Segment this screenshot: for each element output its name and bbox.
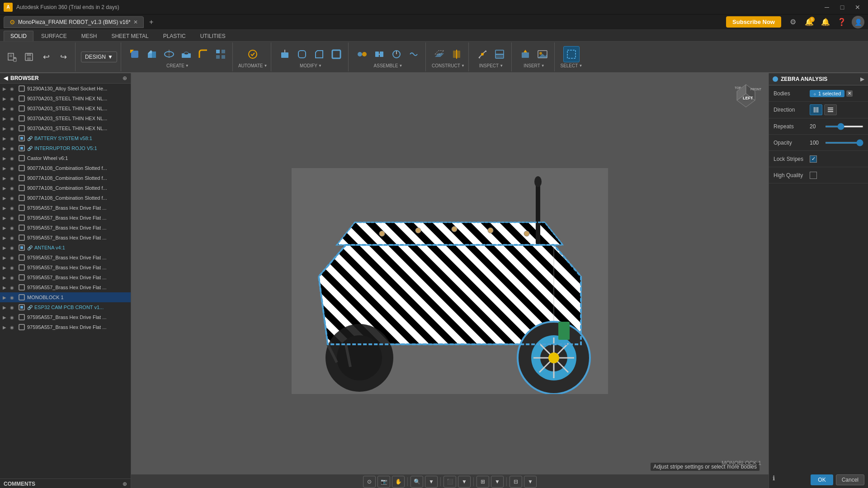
extrude-button[interactable] [144, 46, 160, 62]
new-design-button[interactable] [4, 49, 20, 65]
lock-stripes-checkbox[interactable] [810, 155, 817, 163]
expand-icon[interactable]: ▶ [3, 96, 9, 101]
revolve-button[interactable] [161, 46, 177, 62]
visibility-icon[interactable]: ◉ [10, 116, 17, 121]
visibility-icon[interactable]: ◉ [10, 146, 17, 151]
visibility-icon[interactable]: ◉ [10, 106, 17, 111]
visibility-icon[interactable]: ◉ [10, 196, 17, 201]
visibility-icon[interactable]: ◉ [10, 255, 17, 260]
direction-vertical-button[interactable] [810, 104, 822, 115]
browser-item[interactable]: ▶◉90370A203_STEEL THIN HEX NL... [0, 113, 131, 123]
hole-button[interactable] [178, 46, 194, 62]
expand-icon[interactable]: ▶ [3, 186, 9, 191]
display-mode-button[interactable]: ⬛ [443, 476, 456, 488]
drive-joints-button[interactable] [388, 46, 405, 62]
display-mode-dropdown[interactable]: ▼ [458, 476, 471, 488]
minimize-button[interactable]: ─ [820, 2, 834, 12]
undo-button[interactable]: ↩ [38, 49, 54, 65]
design-mode-button[interactable]: DESIGN ▼ [81, 52, 117, 62]
expand-icon[interactable]: ▶ [3, 166, 9, 171]
joint-button[interactable] [354, 46, 370, 62]
tab-mesh[interactable]: MESH [75, 31, 104, 41]
grid-dropdown[interactable]: ▼ [491, 476, 504, 488]
tab-sheet-metal[interactable]: SHEET METAL [104, 31, 155, 41]
new-tab-button[interactable]: + [146, 16, 157, 28]
settings-icon[interactable]: ⚙ [787, 16, 799, 28]
tab-solid[interactable]: SOLID [4, 31, 33, 41]
browser-item[interactable]: ▶◉🔗ANTENA v4:1 [0, 243, 131, 253]
pattern-button[interactable] [212, 46, 229, 62]
tab-surface[interactable]: SURFACE [34, 31, 74, 41]
expand-icon[interactable]: ▶ [3, 126, 9, 131]
rigid-group-button[interactable] [371, 46, 387, 62]
offset-plane-button[interactable] [431, 46, 448, 62]
expand-icon[interactable]: ▶ [3, 245, 9, 250]
browser-item[interactable]: ▶◉90077A108_Combination Slotted f... [0, 163, 131, 173]
visibility-icon[interactable]: ◉ [10, 186, 17, 191]
visibility-icon[interactable]: ◉ [10, 216, 17, 221]
browser-add-icon[interactable]: ⊕ [123, 75, 127, 81]
high-quality-checkbox[interactable] [810, 172, 817, 179]
visibility-icon[interactable]: ◉ [10, 126, 17, 131]
visibility-icon[interactable]: ◉ [10, 86, 17, 91]
expand-icon[interactable]: ▶ [3, 285, 9, 290]
nav-cube[interactable]: LEFT TOP FRONT [728, 78, 764, 114]
file-tab[interactable]: ⚙ MonoPieza_FRAME ROBOT_v1.3 (BMS) v16* … [4, 16, 144, 28]
browser-item[interactable]: ▶◉🔗INTERRUPTOR ROJO V5:1 [0, 143, 131, 153]
browser-item[interactable]: ▶◉97595A557_Brass Hex Drive Flat ... [0, 272, 131, 282]
analysis-expand-icon[interactable]: ▶ [860, 76, 864, 82]
expand-icon[interactable]: ▶ [3, 295, 9, 300]
browser-item[interactable]: ▶◉97595A557_Brass Hex Drive Flat ... [0, 312, 131, 322]
visibility-icon[interactable]: ◉ [10, 166, 17, 171]
user-avatar[interactable]: 👤 [852, 16, 864, 28]
automate-button[interactable] [245, 46, 261, 62]
expand-icon[interactable]: ▶ [3, 156, 9, 161]
visibility-icon[interactable]: ◉ [10, 245, 17, 250]
viewport[interactable]: LEFT TOP FRONT [131, 73, 769, 488]
new-component-button[interactable] [127, 46, 143, 62]
visibility-icon[interactable]: ◉ [10, 96, 17, 101]
expand-icon[interactable]: ▶ [3, 216, 9, 221]
expand-icon[interactable]: ▶ [3, 176, 9, 181]
expand-icon[interactable]: ▶ [3, 255, 9, 260]
expand-icon[interactable]: ▶ [3, 225, 9, 230]
browser-item[interactable]: ▶◉97595A557_Brass Hex Drive Flat ... [0, 263, 131, 272]
expand-icon[interactable]: ▶ [3, 196, 9, 201]
notification-icon[interactable]: 🔔 1 [803, 16, 816, 28]
motion-link-button[interactable] [406, 46, 422, 62]
browser-item[interactable]: ▶◉MONOBLOCK 1 [0, 292, 131, 302]
redo-button[interactable]: ↪ [55, 49, 71, 65]
visibility-icon[interactable]: ◉ [10, 176, 17, 181]
expand-icon[interactable]: ▶ [3, 275, 9, 280]
render-dropdown[interactable]: ▼ [524, 476, 537, 488]
repeats-slider[interactable] [825, 126, 863, 127]
alert-icon[interactable]: 🔔 [819, 16, 832, 28]
capture-button[interactable]: 📷 [377, 476, 390, 488]
visibility-icon[interactable]: ◉ [10, 235, 17, 240]
cancel-button[interactable]: Cancel [836, 474, 864, 485]
visibility-icon[interactable]: ◉ [10, 295, 17, 300]
expand-icon[interactable]: ▶ [3, 106, 9, 111]
orbit-button[interactable]: ⊙ [363, 476, 376, 488]
maximize-button[interactable]: □ [835, 2, 849, 12]
insert-canvas-button[interactable] [534, 46, 551, 62]
browser-item[interactable]: ▶◉🔗ESP32 CAM PCB CRONT v1... [0, 302, 131, 312]
visibility-icon[interactable]: ◉ [10, 156, 17, 161]
browser-item[interactable]: ▶◉90077A108_Combination Slotted f... [0, 193, 131, 203]
browser-item[interactable]: ▶◉97595A557_Brass Hex Drive Flat ... [0, 203, 131, 213]
browser-item[interactable]: ▶◉97595A557_Brass Hex Drive Flat ... [0, 322, 131, 332]
clear-selection-button[interactable]: ✕ [846, 90, 853, 97]
expand-icon[interactable]: ▶ [3, 265, 9, 270]
render-settings-button[interactable]: ⊟ [509, 476, 522, 488]
section-analysis-button[interactable] [491, 46, 508, 62]
browser-item[interactable]: ▶◉🔗BATTERY SYSTEM v58:1 [0, 133, 131, 143]
expand-icon[interactable]: ▶ [3, 136, 9, 141]
tab-utilities[interactable]: UTILITIES [193, 31, 232, 41]
back-icon[interactable]: ◀ [4, 75, 8, 81]
browser-item[interactable]: ▶◉97595A557_Brass Hex Drive Flat ... [0, 282, 131, 292]
fillet-button[interactable] [195, 46, 212, 62]
browser-item[interactable]: ▶◉97595A557_Brass Hex Drive Flat ... [0, 213, 131, 223]
expand-icon[interactable]: ▶ [3, 206, 9, 211]
subscribe-button[interactable]: Subscribe Now [726, 16, 781, 28]
visibility-icon[interactable]: ◉ [10, 325, 17, 330]
